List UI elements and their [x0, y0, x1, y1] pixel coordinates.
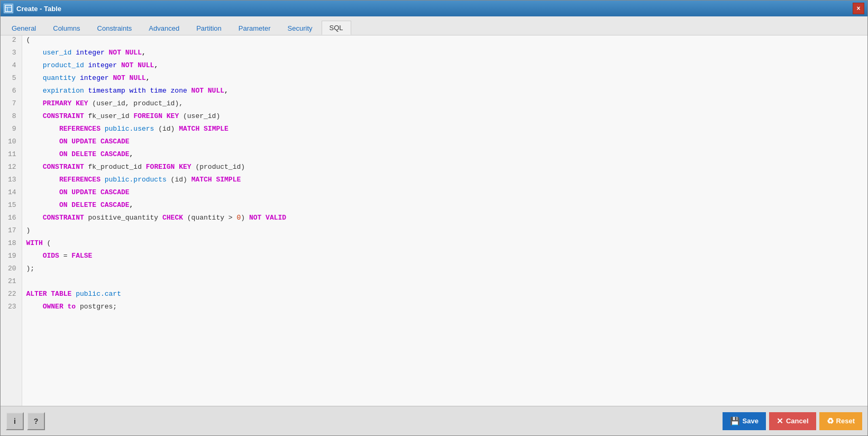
save-label: Save	[743, 417, 759, 425]
info-button[interactable]: i	[6, 412, 24, 430]
save-button[interactable]: 💾 Save	[723, 412, 766, 430]
table-row: 12 CONSTRAINT fk_product_id FOREIGN KEY …	[1, 162, 867, 175]
line-number: 13	[1, 175, 22, 188]
table-row: 23 OWNER to postgres;	[1, 302, 867, 315]
table-row: 2 (	[1, 35, 867, 48]
line-code: quantity integer NOT NULL,	[22, 74, 867, 86]
table-row: 15 ON DELETE CASCADE,	[1, 201, 867, 213]
line-number: 2	[1, 35, 22, 48]
main-window: Create - Table × General Columns Constra…	[0, 0, 868, 436]
line-number: 12	[1, 162, 22, 175]
cancel-label: Cancel	[786, 417, 809, 425]
line-number: 18	[1, 239, 22, 251]
help-label: ?	[34, 417, 39, 425]
tab-partition[interactable]: Partition	[188, 21, 230, 35]
line-number: 23	[1, 302, 22, 315]
table-row: 14 ON UPDATE CASCADE	[1, 188, 867, 201]
tab-bar: General Columns Constraints Advanced Par…	[1, 16, 867, 35]
line-code: expiration timestamp with time zone NOT …	[22, 86, 867, 99]
tab-constraints[interactable]: Constraints	[89, 21, 140, 35]
svg-rect-0	[5, 5, 12, 12]
table-row: 19 OIDS = FALSE	[1, 251, 867, 264]
line-number: 9	[1, 124, 22, 137]
table-row: 7 PRIMARY KEY (user_id, product_id),	[1, 99, 867, 112]
line-code: WITH (	[22, 239, 867, 251]
tab-advanced[interactable]: Advanced	[141, 21, 187, 35]
line-number: 8	[1, 112, 22, 124]
close-button[interactable]: ×	[853, 3, 864, 14]
line-code: PRIMARY KEY (user_id, product_id),	[22, 99, 867, 112]
line-number: 17	[1, 226, 22, 239]
table-row: 18 WITH (	[1, 239, 867, 251]
line-number: 11	[1, 150, 22, 162]
line-code: OIDS = FALSE	[22, 251, 867, 264]
line-number: 10	[1, 137, 22, 150]
table-icon	[4, 4, 13, 13]
table-row: 20 );	[1, 264, 867, 277]
table-row: 17 )	[1, 226, 867, 239]
reset-button[interactable]: ♻ Reset	[819, 412, 862, 430]
line-code: OWNER to postgres;	[22, 302, 867, 315]
table-row: 9 REFERENCES public.users (id) MATCH SIM…	[1, 124, 867, 137]
table-row: 13 REFERENCES public.products (id) MATCH…	[1, 175, 867, 188]
table-row: 21	[1, 277, 867, 289]
line-code: REFERENCES public.users (id) MATCH SIMPL…	[22, 124, 867, 137]
table-row: 8 CONSTRAINT fk_user_id FOREIGN KEY (use…	[1, 112, 867, 124]
line-number: 21	[1, 277, 22, 289]
line-code: REFERENCES public.products (id) MATCH SI…	[22, 175, 867, 188]
table-row: 22 ALTER TABLE public.cart	[1, 289, 867, 302]
line-code	[22, 277, 867, 289]
line-number: 5	[1, 74, 22, 86]
line-code: ON UPDATE CASCADE	[22, 137, 867, 150]
line-number	[1, 315, 22, 406]
tab-columns[interactable]: Columns	[45, 21, 88, 35]
line-code: ALTER TABLE public.cart	[22, 289, 867, 302]
table-row: 3 user_id integer NOT NULL,	[1, 48, 867, 61]
tab-general[interactable]: General	[4, 21, 44, 35]
line-number: 7	[1, 99, 22, 112]
reset-label: Reset	[836, 417, 855, 425]
line-number: 16	[1, 213, 22, 226]
line-number: 4	[1, 61, 22, 74]
line-code: product_id integer NOT NULL,	[22, 61, 867, 74]
line-code: CONSTRAINT fk_product_id FOREIGN KEY (pr…	[22, 162, 867, 175]
footer: i ? 💾 Save ✕ Cancel ♻ Reset	[1, 406, 867, 435]
cancel-icon: ✕	[776, 416, 783, 426]
tab-parameter[interactable]: Parameter	[231, 21, 279, 35]
table-row: 6 expiration timestamp with time zone NO…	[1, 86, 867, 99]
table-row: 10 ON UPDATE CASCADE	[1, 137, 867, 150]
window-title: Create - Table	[16, 5, 61, 13]
reset-icon: ♻	[827, 416, 834, 426]
table-row	[1, 315, 867, 406]
line-code: ON DELETE CASCADE,	[22, 201, 867, 213]
line-code: )	[22, 226, 867, 239]
sql-content: 2 ( 3 user_id integer NOT NULL, 4 produc…	[1, 35, 867, 406]
table-row: 5 quantity integer NOT NULL,	[1, 74, 867, 86]
sql-editor[interactable]: 2 ( 3 user_id integer NOT NULL, 4 produc…	[1, 35, 867, 406]
line-code: user_id integer NOT NULL,	[22, 48, 867, 61]
tab-security[interactable]: Security	[280, 21, 321, 35]
line-code: CONSTRAINT fk_user_id FOREIGN KEY (user_…	[22, 112, 867, 124]
footer-left: i ?	[6, 412, 45, 430]
title-bar: Create - Table ×	[1, 1, 867, 16]
line-number: 3	[1, 48, 22, 61]
line-number: 22	[1, 289, 22, 302]
line-number: 15	[1, 201, 22, 213]
line-number: 14	[1, 188, 22, 201]
line-code: (	[22, 35, 867, 48]
info-label: i	[14, 417, 16, 425]
save-icon: 💾	[730, 416, 740, 426]
help-button[interactable]: ?	[27, 412, 45, 430]
title-bar-left: Create - Table	[4, 4, 61, 13]
line-number: 20	[1, 264, 22, 277]
line-code: ON UPDATE CASCADE	[22, 188, 867, 201]
line-number: 6	[1, 86, 22, 99]
footer-right: 💾 Save ✕ Cancel ♻ Reset	[723, 412, 862, 430]
cancel-button[interactable]: ✕ Cancel	[769, 412, 816, 430]
tab-sql[interactable]: SQL	[322, 21, 351, 35]
table-row: 11 ON DELETE CASCADE,	[1, 150, 867, 162]
line-code: CONSTRAINT positive_quantity CHECK (quan…	[22, 213, 867, 226]
table-row: 16 CONSTRAINT positive_quantity CHECK (q…	[1, 213, 867, 226]
line-code	[22, 315, 867, 406]
line-code: );	[22, 264, 867, 277]
